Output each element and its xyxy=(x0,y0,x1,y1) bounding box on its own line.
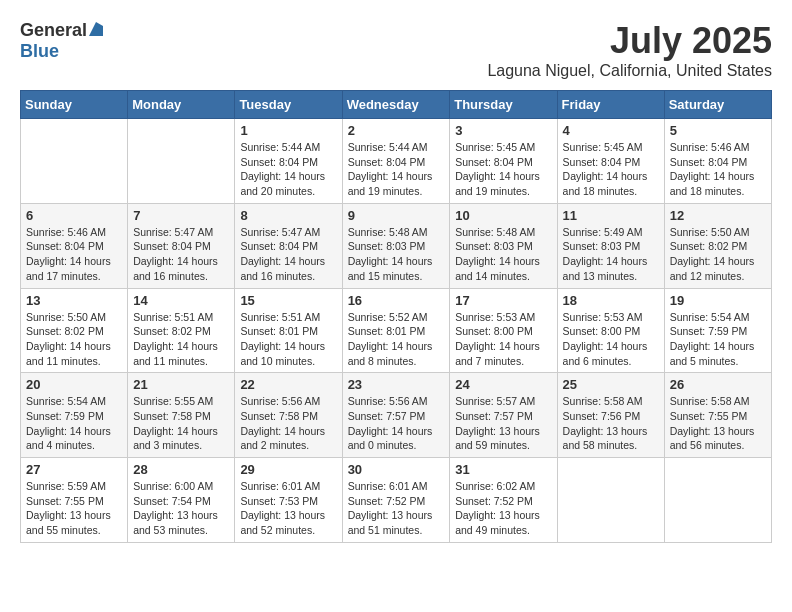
day-sunrise: Sunrise: 5:51 AM xyxy=(133,311,213,323)
day-daylight: Daylight: 13 hours and 56 minutes. xyxy=(670,425,755,452)
table-row: 21 Sunrise: 5:55 AM Sunset: 7:58 PM Dayl… xyxy=(128,373,235,458)
day-daylight: Daylight: 14 hours and 19 minutes. xyxy=(455,170,540,197)
day-sunset: Sunset: 7:55 PM xyxy=(26,495,104,507)
day-daylight: Daylight: 13 hours and 58 minutes. xyxy=(563,425,648,452)
day-sunset: Sunset: 7:52 PM xyxy=(348,495,426,507)
day-number: 7 xyxy=(133,208,229,223)
day-daylight: Daylight: 13 hours and 49 minutes. xyxy=(455,509,540,536)
day-daylight: Daylight: 14 hours and 7 minutes. xyxy=(455,340,540,367)
day-number: 5 xyxy=(670,123,766,138)
day-number: 25 xyxy=(563,377,659,392)
day-sunrise: Sunrise: 5:46 AM xyxy=(26,226,106,238)
table-row: 5 Sunrise: 5:46 AM Sunset: 8:04 PM Dayli… xyxy=(664,119,771,204)
logo-general-text: General xyxy=(20,20,87,41)
day-sunset: Sunset: 8:04 PM xyxy=(26,240,104,252)
day-number: 4 xyxy=(563,123,659,138)
day-daylight: Daylight: 14 hours and 3 minutes. xyxy=(133,425,218,452)
table-row: 12 Sunrise: 5:50 AM Sunset: 8:02 PM Dayl… xyxy=(664,203,771,288)
day-daylight: Daylight: 14 hours and 17 minutes. xyxy=(26,255,111,282)
day-sunset: Sunset: 7:55 PM xyxy=(670,410,748,422)
calendar-location: Laguna Niguel, California, United States xyxy=(487,62,772,80)
table-row: 20 Sunrise: 5:54 AM Sunset: 7:59 PM Dayl… xyxy=(21,373,128,458)
calendar-table: Sunday Monday Tuesday Wednesday Thursday… xyxy=(20,90,772,543)
day-daylight: Daylight: 14 hours and 16 minutes. xyxy=(240,255,325,282)
day-daylight: Daylight: 14 hours and 2 minutes. xyxy=(240,425,325,452)
day-sunrise: Sunrise: 5:51 AM xyxy=(240,311,320,323)
day-daylight: Daylight: 14 hours and 12 minutes. xyxy=(670,255,755,282)
day-sunset: Sunset: 8:04 PM xyxy=(670,156,748,168)
day-sunrise: Sunrise: 5:46 AM xyxy=(670,141,750,153)
day-number: 28 xyxy=(133,462,229,477)
day-sunrise: Sunrise: 5:58 AM xyxy=(563,395,643,407)
day-sunset: Sunset: 8:01 PM xyxy=(240,325,318,337)
table-row: 15 Sunrise: 5:51 AM Sunset: 8:01 PM Dayl… xyxy=(235,288,342,373)
day-daylight: Daylight: 13 hours and 52 minutes. xyxy=(240,509,325,536)
day-sunrise: Sunrise: 6:00 AM xyxy=(133,480,213,492)
day-number: 3 xyxy=(455,123,551,138)
calendar-title: July 2025 xyxy=(487,20,772,62)
day-sunset: Sunset: 8:04 PM xyxy=(240,240,318,252)
day-sunrise: Sunrise: 5:55 AM xyxy=(133,395,213,407)
day-sunrise: Sunrise: 5:47 AM xyxy=(133,226,213,238)
header-thursday: Thursday xyxy=(450,91,557,119)
table-row: 31 Sunrise: 6:02 AM Sunset: 7:52 PM Dayl… xyxy=(450,458,557,543)
day-sunset: Sunset: 7:58 PM xyxy=(240,410,318,422)
day-number: 23 xyxy=(348,377,445,392)
day-number: 27 xyxy=(26,462,122,477)
day-sunset: Sunset: 8:04 PM xyxy=(563,156,641,168)
day-sunrise: Sunrise: 5:44 AM xyxy=(348,141,428,153)
table-row: 19 Sunrise: 5:54 AM Sunset: 7:59 PM Dayl… xyxy=(664,288,771,373)
day-daylight: Daylight: 14 hours and 6 minutes. xyxy=(563,340,648,367)
svg-marker-0 xyxy=(89,22,103,36)
day-sunrise: Sunrise: 5:54 AM xyxy=(670,311,750,323)
day-number: 8 xyxy=(240,208,336,223)
day-sunset: Sunset: 8:02 PM xyxy=(133,325,211,337)
table-row: 25 Sunrise: 5:58 AM Sunset: 7:56 PM Dayl… xyxy=(557,373,664,458)
header-wednesday: Wednesday xyxy=(342,91,450,119)
day-number: 24 xyxy=(455,377,551,392)
day-daylight: Daylight: 14 hours and 18 minutes. xyxy=(563,170,648,197)
day-number: 10 xyxy=(455,208,551,223)
day-sunrise: Sunrise: 5:52 AM xyxy=(348,311,428,323)
header-saturday: Saturday xyxy=(664,91,771,119)
day-daylight: Daylight: 14 hours and 11 minutes. xyxy=(133,340,218,367)
day-number: 22 xyxy=(240,377,336,392)
header-friday: Friday xyxy=(557,91,664,119)
table-row xyxy=(664,458,771,543)
day-daylight: Daylight: 13 hours and 53 minutes. xyxy=(133,509,218,536)
day-sunset: Sunset: 8:03 PM xyxy=(455,240,533,252)
calendar-week-row: 13 Sunrise: 5:50 AM Sunset: 8:02 PM Dayl… xyxy=(21,288,772,373)
table-row: 26 Sunrise: 5:58 AM Sunset: 7:55 PM Dayl… xyxy=(664,373,771,458)
title-area: July 2025 Laguna Niguel, California, Uni… xyxy=(487,20,772,80)
day-daylight: Daylight: 14 hours and 14 minutes. xyxy=(455,255,540,282)
calendar-week-row: 1 Sunrise: 5:44 AM Sunset: 8:04 PM Dayli… xyxy=(21,119,772,204)
day-number: 16 xyxy=(348,293,445,308)
day-sunrise: Sunrise: 5:49 AM xyxy=(563,226,643,238)
day-daylight: Daylight: 14 hours and 19 minutes. xyxy=(348,170,433,197)
table-row: 28 Sunrise: 6:00 AM Sunset: 7:54 PM Dayl… xyxy=(128,458,235,543)
table-row: 18 Sunrise: 5:53 AM Sunset: 8:00 PM Dayl… xyxy=(557,288,664,373)
day-sunrise: Sunrise: 6:01 AM xyxy=(240,480,320,492)
table-row: 16 Sunrise: 5:52 AM Sunset: 8:01 PM Dayl… xyxy=(342,288,450,373)
day-sunrise: Sunrise: 6:01 AM xyxy=(348,480,428,492)
day-sunset: Sunset: 8:02 PM xyxy=(670,240,748,252)
day-sunrise: Sunrise: 5:53 AM xyxy=(455,311,535,323)
day-number: 15 xyxy=(240,293,336,308)
day-daylight: Daylight: 14 hours and 18 minutes. xyxy=(670,170,755,197)
calendar-week-row: 20 Sunrise: 5:54 AM Sunset: 7:59 PM Dayl… xyxy=(21,373,772,458)
day-number: 21 xyxy=(133,377,229,392)
day-daylight: Daylight: 14 hours and 10 minutes. xyxy=(240,340,325,367)
day-sunset: Sunset: 8:04 PM xyxy=(348,156,426,168)
day-daylight: Daylight: 14 hours and 20 minutes. xyxy=(240,170,325,197)
day-sunset: Sunset: 7:53 PM xyxy=(240,495,318,507)
day-daylight: Daylight: 14 hours and 0 minutes. xyxy=(348,425,433,452)
table-row: 11 Sunrise: 5:49 AM Sunset: 8:03 PM Dayl… xyxy=(557,203,664,288)
table-row: 4 Sunrise: 5:45 AM Sunset: 8:04 PM Dayli… xyxy=(557,119,664,204)
table-row: 8 Sunrise: 5:47 AM Sunset: 8:04 PM Dayli… xyxy=(235,203,342,288)
day-sunrise: Sunrise: 5:59 AM xyxy=(26,480,106,492)
day-number: 13 xyxy=(26,293,122,308)
day-daylight: Daylight: 13 hours and 59 minutes. xyxy=(455,425,540,452)
day-sunrise: Sunrise: 5:45 AM xyxy=(563,141,643,153)
table-row xyxy=(21,119,128,204)
day-sunrise: Sunrise: 5:57 AM xyxy=(455,395,535,407)
